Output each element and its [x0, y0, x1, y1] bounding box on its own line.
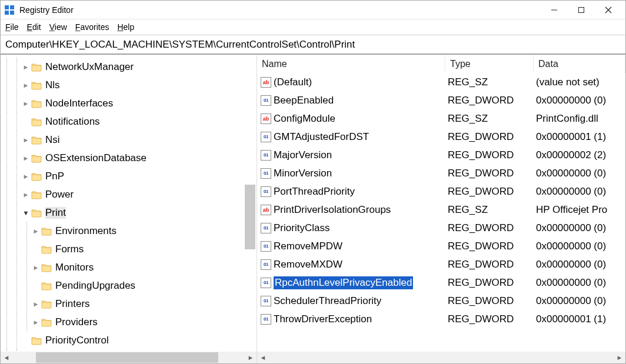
maximize-button[interactable] — [568, 1, 595, 19]
menu-view[interactable]: View — [49, 22, 67, 32]
tree-item[interactable]: ►Nls — [1, 76, 257, 94]
expand-icon[interactable]: ► — [31, 319, 41, 326]
menu-edit[interactable]: Edit — [27, 22, 41, 32]
expand-icon[interactable]: ▼ — [21, 209, 31, 216]
value-type: REG_DWORD — [445, 131, 534, 143]
value-type: REG_DWORD — [445, 186, 534, 198]
value-data: 0x00000001 (1) — [534, 313, 625, 325]
tree-item[interactable]: PendingUpgrades — [1, 276, 257, 295]
folder-icon — [31, 81, 42, 90]
dword-value-icon — [261, 186, 271, 197]
registry-value-row[interactable]: ThrowDriverExceptionREG_DWORD0x00000001 … — [257, 310, 625, 328]
dword-value-icon — [261, 296, 271, 306]
minimize-button[interactable] — [541, 1, 568, 19]
registry-value-row[interactable]: MajorVersionREG_DWORD0x00000002 (2) — [257, 146, 625, 164]
value-name: ThrowDriverException — [274, 313, 372, 325]
tree-hscroll-thumb[interactable] — [36, 352, 218, 363]
window-title: Registry Editor — [19, 5, 541, 15]
registry-value-row[interactable]: PortThreadPriorityREG_DWORD0x00000000 (0… — [257, 182, 625, 201]
tree-item-label: PendingUpgrades — [55, 280, 135, 292]
expand-icon[interactable]: ► — [21, 136, 31, 143]
folder-icon — [41, 299, 52, 309]
svg-rect-5 — [579, 7, 584, 12]
folder-icon — [31, 117, 42, 126]
tree-item[interactable]: Forms — [1, 240, 257, 258]
list-body[interactable]: (Default)REG_SZ(value not set)BeepEnable… — [257, 73, 625, 352]
value-data: 0x00000001 (1) — [534, 131, 625, 143]
tree-item[interactable]: Notifications — [1, 112, 257, 131]
value-data: 0x00000000 (0) — [534, 168, 625, 179]
maximize-icon — [578, 6, 585, 14]
tree-item[interactable]: ►NodeInterfaces — [1, 94, 257, 112]
registry-value-row[interactable]: MinorVersionREG_DWORD0x00000000 (0) — [257, 164, 625, 182]
vertical-scrollbar-thumb[interactable] — [245, 185, 255, 249]
registry-value-row[interactable]: ConfigModuleREG_SZPrintConfig.dll — [257, 109, 625, 128]
scroll-left-icon[interactable]: ◄ — [257, 354, 269, 361]
tree-item[interactable]: ►PnP — [1, 167, 257, 185]
scroll-left-icon[interactable]: ◄ — [1, 354, 12, 361]
tree-item[interactable]: ►Printers — [1, 295, 257, 313]
value-type: REG_DWORD — [445, 168, 534, 179]
expand-icon[interactable]: ► — [21, 64, 31, 71]
registry-value-row[interactable]: GMTAdjustedForDSTREG_DWORD0x00000001 (1) — [257, 128, 625, 146]
dword-value-icon — [261, 278, 271, 288]
app-icon — [4, 5, 15, 15]
close-button[interactable] — [595, 1, 622, 19]
value-name: RpcAuthnLevelPrivacyEnabled — [274, 276, 413, 289]
address-bar[interactable]: Computer\HKEY_LOCAL_MACHINE\SYSTEM\Curre… — [1, 35, 625, 55]
tree-item[interactable]: PriorityControl — [1, 331, 257, 349]
registry-value-row[interactable]: PrintDriverIsolationGroupsREG_SZHP Offic… — [257, 201, 625, 219]
titlebar: Registry Editor — [1, 1, 625, 19]
value-type: REG_DWORD — [445, 241, 534, 252]
tree-item[interactable]: ►Monitors — [1, 258, 257, 276]
menu-file[interactable]: File — [5, 22, 19, 32]
tree-item[interactable]: ►OSExtensionDatabase — [1, 149, 257, 167]
registry-value-row[interactable]: RpcAuthnLevelPrivacyEnabledREG_DWORD0x00… — [257, 273, 625, 292]
expand-icon[interactable]: ► — [21, 82, 31, 89]
tree-item[interactable]: ►NetworkUxManager — [1, 58, 257, 76]
tree-item[interactable]: ▼Print — [1, 203, 257, 222]
registry-value-row[interactable]: BeepEnabledREG_DWORD0x00000000 (0) — [257, 91, 625, 109]
expand-icon[interactable]: ► — [31, 228, 41, 235]
registry-value-row[interactable]: (Default)REG_SZ(value not set) — [257, 73, 625, 91]
expand-icon[interactable]: ► — [21, 155, 31, 162]
tree-item-label: PriorityControl — [45, 335, 109, 346]
list-horizontal-scrollbar[interactable]: ◄ ► — [257, 352, 625, 363]
tree[interactable]: ►NetworkUxManager►Nls►NodeInterfacesNoti… — [1, 55, 257, 352]
value-name: RemoveMXDW — [274, 259, 342, 271]
value-type: REG_SZ — [445, 204, 534, 216]
folder-icon — [31, 99, 42, 108]
tree-item[interactable]: ►Environments — [1, 222, 257, 240]
folder-icon — [31, 336, 42, 345]
expand-icon[interactable]: ► — [21, 173, 31, 180]
value-type: REG_DWORD — [445, 277, 534, 289]
registry-value-row[interactable]: RemoveMPDWREG_DWORD0x00000000 (0) — [257, 237, 625, 255]
tree-horizontal-scrollbar[interactable]: ◄ ► — [1, 352, 257, 363]
expand-icon[interactable]: ► — [31, 264, 41, 271]
scroll-right-icon[interactable]: ► — [245, 354, 257, 361]
registry-value-row[interactable]: SchedulerThreadPriorityREG_DWORD0x000000… — [257, 292, 625, 310]
tree-item[interactable]: ►Providers — [1, 313, 257, 331]
registry-value-row[interactable]: RemoveMXDWREG_DWORD0x00000000 (0) — [257, 255, 625, 273]
expand-icon[interactable]: ► — [31, 300, 41, 308]
value-name: (Default) — [274, 76, 312, 88]
tree-pane: ►NetworkUxManager►Nls►NodeInterfacesNoti… — [1, 55, 257, 363]
dword-value-icon — [261, 314, 271, 325]
tree-item-label: OSExtensionDatabase — [45, 152, 146, 164]
folder-icon — [31, 62, 42, 72]
expand-icon[interactable]: ► — [21, 191, 31, 198]
folder-icon — [31, 172, 42, 181]
menu-help[interactable]: Help — [117, 22, 134, 32]
content: ►NetworkUxManager►Nls►NodeInterfacesNoti… — [1, 55, 625, 363]
value-name: MajorVersion — [274, 149, 332, 161]
expand-icon[interactable]: ► — [21, 100, 31, 107]
column-header-data[interactable]: Data — [534, 55, 625, 73]
tree-item[interactable]: ►Nsi — [1, 131, 257, 149]
tree-item[interactable]: ►Power — [1, 185, 257, 203]
string-value-icon — [261, 77, 271, 88]
column-header-type[interactable]: Type — [445, 55, 534, 73]
column-header-name[interactable]: Name — [257, 55, 445, 73]
registry-value-row[interactable]: PriorityClassREG_DWORD0x00000000 (0) — [257, 219, 625, 237]
menu-favorites[interactable]: Favorites — [75, 22, 109, 32]
scroll-right-icon[interactable]: ► — [614, 354, 625, 361]
